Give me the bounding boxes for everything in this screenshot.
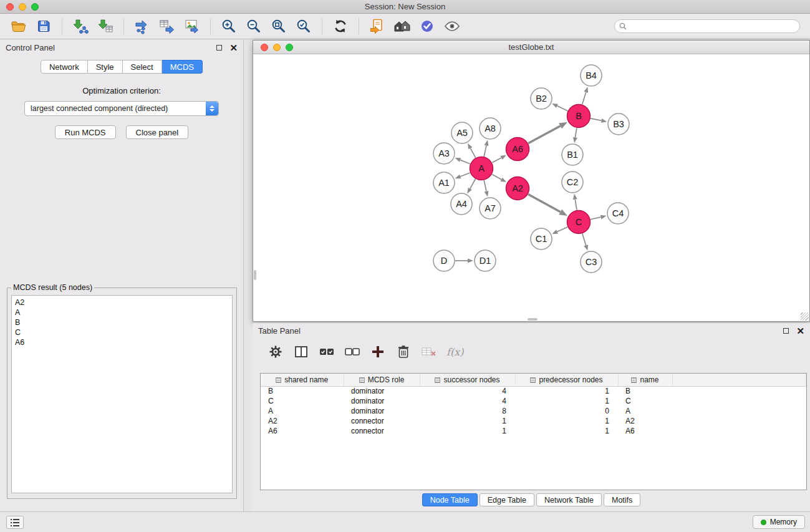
close-table-panel-icon[interactable]: ✕ bbox=[796, 326, 804, 336]
mcds-result-item[interactable]: A6 bbox=[15, 337, 229, 347]
column-header[interactable]: successor nodes bbox=[420, 374, 515, 386]
network-node-D1[interactable]: D1 bbox=[475, 250, 496, 271]
home-button[interactable] bbox=[391, 16, 413, 36]
zoom-fit-button[interactable] bbox=[268, 16, 290, 36]
deselect-all-button[interactable] bbox=[340, 342, 364, 362]
network-canvas-area[interactable]: B4B2BB3A5A8A6B1A3AA1C2A2A4A7CC4C1C3DD1 bbox=[253, 54, 809, 321]
import-network-from-file-button[interactable] bbox=[69, 16, 92, 36]
network-edge-A-A6[interactable] bbox=[492, 155, 506, 163]
table-row[interactable]: A6connector11A6 bbox=[261, 426, 806, 436]
open-file-button[interactable] bbox=[7, 16, 30, 36]
refresh-layout-button[interactable] bbox=[329, 16, 352, 36]
tab-style[interactable]: Style bbox=[88, 60, 123, 74]
export-image-button[interactable] bbox=[181, 16, 203, 36]
network-edge-A-A5[interactable] bbox=[468, 143, 476, 158]
horizontal-scrollbar[interactable] bbox=[528, 318, 538, 321]
function-builder-button[interactable]: f(x) bbox=[446, 346, 463, 358]
show-columns-button[interactable] bbox=[289, 342, 312, 362]
table-row[interactable]: Adominator80A bbox=[261, 406, 806, 416]
close-panel-icon[interactable]: ✕ bbox=[229, 43, 238, 52]
check-badge-button[interactable] bbox=[416, 16, 438, 36]
network-node-A3[interactable]: A3 bbox=[433, 143, 455, 164]
network-edge-C-C2[interactable] bbox=[573, 194, 577, 210]
tab-network-table[interactable]: Network Table bbox=[536, 493, 602, 506]
network-node-A8[interactable]: A8 bbox=[480, 118, 501, 139]
select-all-button[interactable] bbox=[315, 342, 338, 362]
optimization-dropdown[interactable]: largest connected component (directed) bbox=[24, 101, 219, 116]
tab-motifs[interactable]: Motifs bbox=[604, 493, 640, 506]
import-table-from-file-button[interactable] bbox=[94, 16, 117, 36]
network-node-A7[interactable]: A7 bbox=[480, 198, 501, 219]
network-node-C1[interactable]: C1 bbox=[531, 228, 552, 249]
network-node-C[interactable]: C bbox=[567, 211, 591, 234]
column-header[interactable]: MCDS role bbox=[344, 374, 420, 386]
tab-network[interactable]: Network bbox=[41, 60, 88, 74]
zoom-in-button[interactable] bbox=[218, 16, 240, 36]
zoom-out-button[interactable] bbox=[243, 16, 265, 36]
table-row[interactable]: A2connector11A2 bbox=[261, 416, 806, 426]
mcds-result-item[interactable]: B bbox=[15, 317, 229, 327]
search-input[interactable] bbox=[614, 19, 800, 33]
network-edge-C-C3[interactable] bbox=[582, 234, 588, 251]
network-edge-A-A3[interactable] bbox=[455, 158, 470, 164]
memory-button[interactable]: Memory bbox=[753, 515, 805, 529]
mcds-result-item[interactable]: A bbox=[15, 307, 229, 317]
mcds-result-item[interactable]: C bbox=[15, 327, 229, 337]
network-edge-A-A4[interactable] bbox=[467, 179, 475, 193]
network-node-A5[interactable]: A5 bbox=[451, 122, 473, 143]
network-close-button[interactable] bbox=[261, 44, 268, 51]
minimize-window-button[interactable] bbox=[19, 3, 26, 11]
network-edge-A6-B[interactable] bbox=[528, 122, 567, 143]
export-table-button[interactable] bbox=[156, 16, 178, 36]
network-node-B1[interactable]: B1 bbox=[562, 144, 583, 165]
network-edge-C-C4[interactable] bbox=[591, 215, 606, 220]
vertical-scrollbar[interactable] bbox=[254, 270, 256, 280]
network-node-C4[interactable]: C4 bbox=[607, 203, 629, 224]
column-header[interactable]: shared name bbox=[261, 374, 344, 386]
resize-grip[interactable] bbox=[801, 312, 809, 321]
network-edge-D-D1[interactable] bbox=[455, 259, 473, 263]
network-edge-A-A2[interactable] bbox=[492, 174, 506, 182]
float-panel-icon[interactable] bbox=[216, 45, 222, 51]
network-node-B[interactable]: B bbox=[567, 105, 591, 128]
network-node-C2[interactable]: C2 bbox=[562, 172, 583, 193]
network-node-B2[interactable]: B2 bbox=[531, 88, 552, 109]
network-edge-A-A8[interactable] bbox=[484, 140, 488, 157]
network-edge-C-C1[interactable] bbox=[552, 227, 567, 234]
close-window-button[interactable] bbox=[6, 3, 14, 11]
network-node-A4[interactable]: A4 bbox=[451, 193, 472, 215]
task-history-button[interactable] bbox=[6, 516, 24, 529]
network-edge-B-B2[interactable] bbox=[552, 104, 567, 111]
maximize-window-button[interactable] bbox=[31, 3, 39, 11]
export-network-button[interactable] bbox=[131, 16, 153, 36]
network-edge-A2-C[interactable] bbox=[528, 194, 567, 216]
mcds-result-list[interactable]: A2ABCA6 bbox=[11, 295, 233, 493]
network-node-B4[interactable]: B4 bbox=[581, 65, 602, 86]
tab-node-table[interactable]: Node Table bbox=[422, 493, 478, 506]
tab-edge-table[interactable]: Edge Table bbox=[480, 493, 534, 506]
network-edge-B-B4[interactable] bbox=[582, 87, 588, 104]
table-row[interactable]: Cdominator41C bbox=[261, 396, 806, 406]
network-node-A6[interactable]: A6 bbox=[506, 138, 529, 161]
mcds-result-item[interactable]: A2 bbox=[15, 297, 229, 307]
table-settings-button[interactable] bbox=[264, 342, 287, 362]
delete-column-button[interactable] bbox=[392, 342, 415, 362]
network-maximize-button[interactable] bbox=[286, 44, 293, 51]
table-row[interactable]: Bdominator41B bbox=[261, 386, 806, 396]
zoom-selected-button[interactable] bbox=[292, 16, 315, 36]
run-mcds-button[interactable]: Run MCDS bbox=[55, 125, 116, 139]
column-header[interactable]: name bbox=[618, 374, 672, 386]
network-node-A2[interactable]: A2 bbox=[506, 177, 529, 200]
network-edge-A-A1[interactable] bbox=[455, 173, 470, 178]
tab-select[interactable]: Select bbox=[123, 60, 162, 74]
show-hide-details-button[interactable] bbox=[441, 16, 463, 36]
network-node-D[interactable]: D bbox=[433, 250, 455, 271]
column-header[interactable]: predecessor nodes bbox=[515, 374, 618, 386]
save-session-button[interactable] bbox=[32, 16, 55, 36]
network-edge-B-B1[interactable] bbox=[573, 128, 577, 143]
network-node-A[interactable]: A bbox=[470, 157, 493, 180]
network-node-C3[interactable]: C3 bbox=[581, 251, 602, 273]
network-window-titlebar[interactable]: testGlobe.txt bbox=[253, 41, 809, 54]
network-node-B3[interactable]: B3 bbox=[608, 114, 629, 135]
close-panel-button[interactable]: Close panel bbox=[126, 125, 189, 139]
